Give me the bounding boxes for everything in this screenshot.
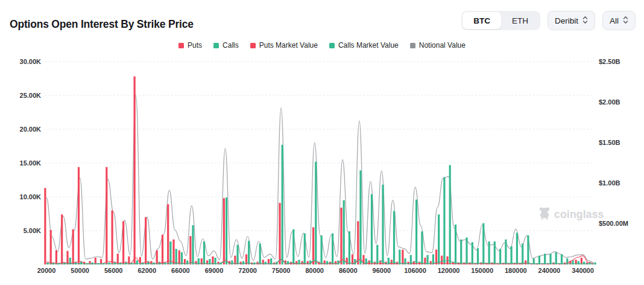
- put-bar: [189, 236, 191, 264]
- svg-text:20.00K: 20.00K: [20, 126, 42, 133]
- open-interest-chart[interactable]: 30.00K25.00K20.00K15.00K10.00K5.00K$2.50…: [0, 0, 644, 285]
- svg-text:180000: 180000: [505, 267, 527, 274]
- svg-text:86000: 86000: [339, 267, 358, 274]
- call-bar: [371, 194, 373, 265]
- svg-text:72000: 72000: [238, 267, 257, 274]
- call-bar: [427, 255, 429, 264]
- call-bar: [522, 243, 523, 264]
- call-bar: [527, 235, 529, 264]
- svg-text:$1.50B: $1.50B: [599, 139, 620, 146]
- call-bar: [203, 242, 205, 264]
- call-bar: [443, 178, 445, 265]
- put-bar: [172, 240, 174, 264]
- call-bar: [438, 214, 440, 264]
- x-axis: 2000050000560006200066000690007200075000…: [37, 267, 594, 274]
- svg-text:$2.50B: $2.50B: [599, 58, 620, 65]
- svg-text:75000: 75000: [272, 267, 291, 274]
- put-bar: [178, 251, 180, 265]
- put-bar: [402, 249, 403, 264]
- call-bar: [449, 165, 451, 264]
- put-bar: [463, 263, 465, 264]
- call-bar: [538, 255, 540, 264]
- call-bar: [226, 197, 227, 264]
- put-bar: [134, 77, 136, 264]
- call-bar: [259, 243, 261, 264]
- put-bar: [106, 167, 107, 264]
- put-bar: [44, 188, 46, 264]
- call-bar: [304, 234, 306, 265]
- call-bar: [482, 223, 484, 264]
- call-bar: [393, 211, 395, 265]
- put-bar: [357, 221, 359, 264]
- svg-text:62000: 62000: [138, 267, 157, 274]
- options-oi-panel: Options Open Interest By Strike Price BT…: [0, 0, 644, 285]
- call-bar: [472, 242, 473, 264]
- svg-text:$500.00M: $500.00M: [599, 220, 628, 227]
- put-bar: [340, 208, 342, 264]
- call-bar: [505, 240, 507, 264]
- put-bar: [167, 204, 169, 264]
- svg-text:5.00K: 5.00K: [24, 227, 41, 234]
- call-bar: [421, 231, 423, 264]
- puts-bars[interactable]: [44, 77, 593, 264]
- gridlines: [45, 62, 594, 231]
- call-bar: [544, 254, 546, 264]
- call-bar: [192, 225, 194, 264]
- put-bar: [162, 235, 163, 264]
- svg-text:120000: 120000: [438, 267, 460, 274]
- call-bar: [376, 245, 378, 265]
- svg-text:340000: 340000: [572, 267, 594, 274]
- call-bar: [237, 245, 239, 265]
- call-bar: [549, 254, 551, 264]
- call-bar: [555, 252, 557, 264]
- put-bar: [312, 227, 314, 264]
- call-bar: [488, 242, 490, 264]
- call-bar: [181, 252, 183, 264]
- svg-text:25.00K: 25.00K: [20, 92, 42, 99]
- svg-text:150000: 150000: [471, 267, 493, 274]
- put-bar: [240, 262, 242, 265]
- call-bar: [359, 170, 361, 264]
- svg-text:30.00K: 30.00K: [20, 58, 42, 65]
- put-bar: [581, 258, 582, 264]
- put-bar: [72, 229, 74, 264]
- call-bar: [460, 240, 462, 264]
- y-axis-right: $2.50B$2.00B$1.50B$1.00B$500.00M: [599, 58, 628, 227]
- put-bar: [66, 251, 68, 264]
- call-bar: [175, 249, 177, 264]
- svg-text:15.00K: 15.00K: [20, 159, 42, 167]
- call-bar: [595, 263, 596, 264]
- put-bar: [408, 262, 409, 265]
- call-bar: [382, 185, 384, 264]
- call-bar: [466, 237, 467, 264]
- call-bar: [494, 242, 496, 264]
- call-bar: [265, 262, 267, 265]
- put-bar: [279, 203, 280, 264]
- call-bar: [282, 145, 283, 264]
- put-bar: [50, 230, 52, 264]
- call-bar: [455, 225, 456, 264]
- call-bar: [516, 232, 518, 264]
- svg-text:80000: 80000: [305, 267, 324, 274]
- call-bar: [315, 162, 317, 264]
- svg-text:20000: 20000: [37, 267, 56, 274]
- svg-text:69000: 69000: [205, 267, 224, 274]
- call-bar: [499, 249, 501, 264]
- y-axis-left: 30.00K25.00K20.00K15.00K10.00K5.00K: [20, 58, 42, 234]
- call-bar: [332, 234, 333, 265]
- svg-text:$2.00B: $2.00B: [599, 98, 620, 106]
- svg-text:10.00K: 10.00K: [20, 193, 42, 200]
- call-bar: [415, 200, 417, 265]
- call-bar: [349, 231, 350, 264]
- put-bar: [112, 210, 113, 264]
- svg-text:240000: 240000: [538, 267, 561, 274]
- call-bar: [477, 248, 479, 264]
- call-bar: [511, 246, 513, 264]
- call-bar: [399, 249, 400, 264]
- svg-text:56000: 56000: [104, 267, 123, 274]
- put-bar: [61, 214, 63, 264]
- put-bar: [145, 217, 147, 264]
- put-bar: [78, 167, 80, 264]
- put-bar: [525, 260, 526, 264]
- svg-text:96000: 96000: [373, 267, 391, 274]
